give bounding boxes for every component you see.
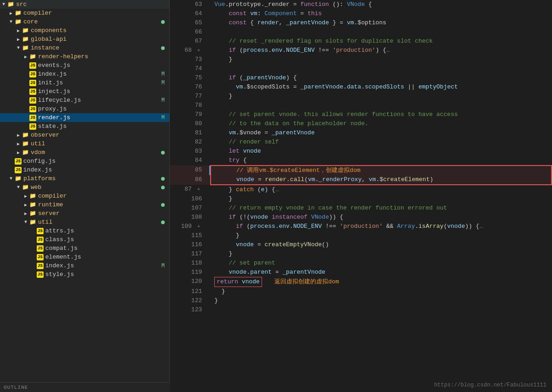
tree-arrow-observer[interactable]: [15, 133, 22, 138]
sidebar-item-index.js-1[interactable]: JSindex.jsM: [0, 70, 169, 78]
sidebar-item-index.js-3[interactable]: JSindex.jsM: [0, 261, 169, 270]
tree-label-proxy.js: proxy.js: [38, 105, 169, 112]
sidebar-item-core[interactable]: 📁core: [0, 17, 169, 26]
line-number-83: 83: [170, 147, 209, 156]
tree-arrow-server[interactable]: [22, 211, 29, 216]
expand-btn-109[interactable]: +: [195, 224, 202, 229]
tree-label-events.js: events.js: [38, 62, 169, 69]
folder-icon-global-api: 📁: [22, 36, 29, 43]
tree-arrow-runtime[interactable]: [22, 202, 29, 208]
tree-label-element.js: element.js: [45, 254, 169, 260]
line-number-76: 76: [170, 83, 209, 92]
code-line-119: 119 vnode.parent = _parentVnode: [170, 268, 552, 277]
sidebar-item-components[interactable]: 📁components: [0, 26, 169, 35]
code-line-108: 108 if (!(vnode instanceof VNode)) {: [170, 213, 552, 222]
folder-icon-components: 📁: [22, 27, 29, 34]
line-number-81: 81: [170, 128, 209, 138]
m-badge-index.js-3: M: [162, 263, 165, 269]
sidebar-item-config.js[interactable]: JSconfig.js: [0, 157, 169, 166]
sidebar-item-render-helpers[interactable]: 📁render-helpers: [0, 52, 169, 61]
code-content-78: [211, 101, 552, 110]
sidebar-item-events.js[interactable]: JSevents.js: [0, 61, 169, 70]
tree-label-state.js: state.js: [38, 123, 169, 130]
sidebar-item-util2[interactable]: 📁util: [0, 218, 169, 226]
sidebar-item-state.js[interactable]: JSstate.js: [0, 122, 169, 131]
code-content-108: if (!(vnode instanceof VNode)) {: [211, 213, 552, 222]
tree-arrow-web[interactable]: [15, 185, 22, 190]
tree-arrow-platforms[interactable]: [7, 176, 15, 181]
tree-arrow-compiler2[interactable]: [22, 193, 29, 199]
folder-icon-compiler2: 📁: [29, 193, 36, 199]
tree-label-compiler: compiler: [23, 10, 169, 17]
expand-btn-68[interactable]: +: [195, 48, 202, 53]
sidebar-item-element.js[interactable]: JSelement.js: [0, 253, 169, 261]
tree-label-compat.js: compat.js: [45, 245, 169, 252]
code-content-68: if (process.env.NODE_ENV !== 'production…: [211, 46, 552, 55]
code-content-63: Vue.prototype._render = function (): VNo…: [211, 0, 552, 9]
sidebar-item-instance[interactable]: 📁instance: [0, 44, 169, 52]
code-line-64: 64 const vm: Component = this: [170, 9, 552, 18]
sidebar-item-render.js[interactable]: JSrender.jsM: [0, 113, 169, 122]
js-icon-init.js: JS: [29, 80, 36, 86]
tree-label-config.js: config.js: [23, 158, 169, 165]
sidebar-item-init.js[interactable]: JSinit.jsM: [0, 78, 169, 87]
sidebar-item-attrs.js[interactable]: JSattrs.js: [0, 226, 169, 235]
sidebar-item-style.js[interactable]: JSstyle.js: [0, 270, 169, 279]
tree-arrow-compiler[interactable]: [7, 11, 15, 16]
outline-label: OUTLINE: [0, 382, 170, 392]
sidebar-item-src[interactable]: 📁src: [0, 0, 169, 9]
sidebar-item-proxy.js[interactable]: JSproxy.js: [0, 105, 169, 113]
sidebar-item-runtime[interactable]: 📁runtime: [0, 200, 169, 209]
dot-badge-core: [161, 20, 165, 24]
js-icon-render.js: JS: [29, 115, 36, 121]
sidebar-item-web[interactable]: 📁web: [0, 183, 169, 192]
sidebar-item-index.js-2[interactable]: JSindex.js: [0, 166, 169, 174]
tree-arrow-core[interactable]: [7, 19, 15, 24]
tree-label-components: components: [31, 27, 169, 34]
code-content-115: }: [211, 231, 552, 240]
tree-arrow-util2[interactable]: [22, 220, 29, 225]
sidebar-item-server[interactable]: 📁server: [0, 209, 169, 218]
sidebar-item-compiler2[interactable]: 📁compiler: [0, 192, 169, 200]
folder-icon-vdom: 📁: [22, 149, 29, 156]
sidebar-item-lifecycle.js[interactable]: JSlifecycle.jsM: [0, 96, 169, 105]
code-content-77: }: [211, 92, 552, 101]
folder-icon-render-helpers: 📁: [29, 53, 36, 60]
tree-label-index.js-1: index.js: [38, 71, 162, 77]
sidebar-item-class.js[interactable]: JSclass.js: [0, 235, 169, 244]
tree-label-inject.js: inject.js: [38, 88, 169, 95]
line-number-120: 120: [170, 277, 209, 287]
tree-arrow-vdom[interactable]: [15, 150, 22, 155]
sidebar-item-inject.js[interactable]: JSinject.js: [0, 87, 169, 96]
tree-label-instance: instance: [31, 44, 161, 51]
tree-arrow-instance[interactable]: [15, 45, 22, 50]
tree-arrow-src[interactable]: [0, 2, 7, 7]
tree-arrow-global-api[interactable]: [15, 37, 22, 42]
tree-label-style.js: style.js: [45, 271, 169, 278]
code-content-116: vnode = createEmptyVNode(): [211, 240, 552, 249]
tree-arrow-util[interactable]: [15, 141, 22, 147]
folder-icon-util2: 📁: [29, 219, 36, 226]
sidebar-item-observer[interactable]: 📁observer: [0, 131, 169, 139]
code-line-65: 65 const { render, _parentVnode } = vm.$…: [170, 18, 552, 28]
tree-arrow-render-helpers[interactable]: [22, 54, 29, 60]
tree-label-observer: observer: [31, 132, 169, 138]
sidebar-item-vdom[interactable]: 📁vdom: [0, 148, 169, 157]
code-line-80: 80 // to the data on the placeholder nod…: [170, 119, 552, 128]
sidebar-item-util[interactable]: 📁util: [0, 139, 169, 148]
tree-label-init.js: init.js: [38, 79, 162, 86]
js-icon-events.js: JS: [29, 62, 36, 69]
code-line-123: 123: [170, 305, 552, 315]
tree-label-compiler2: compiler: [38, 193, 169, 199]
line-number-106: 106: [170, 194, 209, 204]
tree-label-server: server: [38, 210, 169, 217]
expand-btn-87[interactable]: +: [195, 187, 202, 192]
sidebar-item-compat.js[interactable]: JScompat.js: [0, 244, 169, 253]
sidebar-item-global-api[interactable]: 📁global-api: [0, 35, 169, 44]
tree-label-core: core: [23, 18, 161, 25]
sidebar-item-compiler[interactable]: 📁compiler: [0, 9, 169, 17]
m-badge-init.js: M: [162, 80, 165, 86]
sidebar-item-platforms[interactable]: 📁platforms: [0, 174, 169, 183]
line-number-85: 85: [170, 166, 209, 175]
tree-arrow-components[interactable]: [15, 28, 22, 33]
